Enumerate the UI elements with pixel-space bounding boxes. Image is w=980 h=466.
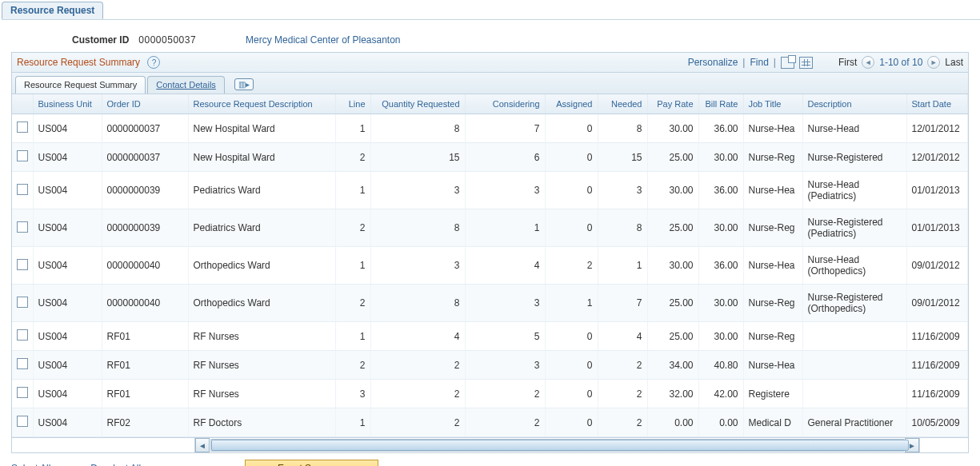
scroll-thumb[interactable] — [211, 440, 909, 451]
cell-qty: 8 — [370, 285, 465, 322]
scroll-track[interactable] — [210, 439, 904, 452]
prev-page-icon[interactable]: ◄ — [862, 56, 874, 69]
cell-job-title: Nurse-Reg — [743, 322, 802, 351]
cell-needed: 8 — [598, 114, 647, 143]
col-needed[interactable]: Needed — [598, 94, 647, 114]
row-checkbox[interactable] — [17, 150, 28, 161]
cell-line: 2 — [335, 351, 370, 380]
scroll-left-icon[interactable]: ◄ — [195, 438, 210, 452]
col-pay-rate[interactable]: Pay Rate — [647, 94, 698, 114]
footer-row: Select All Deselect All Event Summary — [11, 460, 969, 466]
personalize-link[interactable]: Personalize — [688, 57, 738, 68]
expand-all-icon[interactable]: ▥▸ — [234, 78, 254, 90]
grid-header-row: Business Unit Order ID Resource Request … — [12, 94, 968, 114]
resource-grid: Business Unit Order ID Resource Request … — [12, 94, 968, 437]
cell-description: General Practitioner — [802, 408, 906, 437]
cell-needed: 2 — [598, 408, 647, 437]
cell-assigned: 0 — [545, 172, 598, 209]
cell-resource-description: New Hospital Ward — [188, 143, 335, 172]
cell-pay-rate: 25.00 — [647, 285, 698, 322]
help-icon[interactable]: ? — [147, 56, 160, 69]
row-checkbox[interactable] — [17, 184, 28, 195]
col-line[interactable]: Line — [335, 94, 370, 114]
cell-extra — [967, 247, 968, 285]
deselect-all-link[interactable]: Deselect All — [90, 463, 141, 466]
find-link[interactable]: Find — [750, 57, 768, 68]
cell-qty: 3 — [370, 247, 465, 285]
table-row: US004RF01RF Nurses2230234.0040.80Nurse-H… — [12, 351, 968, 380]
row-checkbox[interactable] — [17, 329, 28, 341]
cell-bill-rate: 0.00 — [698, 408, 743, 437]
cell-pay-rate: 25.00 — [647, 322, 698, 351]
row-checkbox[interactable] — [17, 387, 28, 398]
tab-resource-request-summary[interactable]: Resource Request Summary — [15, 76, 146, 94]
row-checkbox[interactable] — [17, 221, 28, 233]
cell-extra — [967, 351, 968, 380]
tab-contact-details[interactable]: Contact Details — [147, 76, 225, 94]
cell-job-title: Nurse-Reg — [743, 209, 802, 247]
cell-start-date: 09/01/2012 — [906, 285, 967, 322]
cell-needed: 3 — [598, 172, 647, 209]
cell-select — [12, 247, 33, 285]
cell-resource-description: New Hospital Ward — [188, 114, 335, 143]
cell-assigned: 1 — [545, 285, 598, 322]
select-all-link[interactable]: Select All — [11, 463, 50, 466]
row-checkbox[interactable] — [17, 297, 28, 308]
next-page-icon[interactable]: ► — [927, 56, 940, 69]
cell-extra — [967, 143, 968, 172]
cell-qty: 2 — [370, 380, 465, 408]
cell-job-title: Registere — [743, 380, 802, 408]
cell-bill-rate: 42.00 — [698, 380, 743, 408]
cell-needed: 8 — [598, 209, 647, 247]
page-tab-resource-request[interactable]: Resource Request — [2, 2, 103, 19]
zoom-icon[interactable] — [781, 57, 794, 69]
col-order-id[interactable]: Order ID — [102, 94, 188, 114]
cell-resource-description: Orthopedics Ward — [188, 285, 335, 322]
cell-pay-rate: 30.00 — [647, 247, 698, 285]
cell-line: 3 — [335, 380, 370, 408]
col-qty-requested[interactable]: Quantity Requested — [370, 94, 465, 114]
cell-resource-description: RF Nurses — [188, 380, 335, 408]
cell-extra — [967, 322, 968, 351]
col-assigned[interactable]: Assigned — [545, 94, 598, 114]
cell-start-date: 09/01/2012 — [906, 247, 967, 285]
cell-needed: 2 — [598, 351, 647, 380]
col-resource-description[interactable]: Resource Request Description — [188, 94, 335, 114]
col-business-unit[interactable]: Business Unit — [33, 94, 102, 114]
row-checkbox[interactable] — [17, 358, 28, 369]
row-count[interactable]: 1-10 of 10 — [879, 57, 922, 68]
separator: | — [774, 57, 776, 68]
cell-description: Nurse-Registered (Orthopedics) — [802, 285, 906, 322]
cell-select — [12, 351, 33, 380]
cell-extra — [967, 209, 968, 247]
cell-line: 1 — [335, 114, 370, 143]
cell-considering: 3 — [465, 351, 545, 380]
table-row: US0040000000039Pediatrics Ward1330330.00… — [12, 172, 968, 209]
col-description[interactable]: Description — [802, 94, 906, 114]
cell-business-unit: US004 — [33, 408, 102, 437]
cell-line: 2 — [335, 143, 370, 172]
customer-id-label: Customer ID — [72, 34, 129, 46]
cell-qty: 8 — [370, 209, 465, 247]
cell-resource-description: RF Doctors — [188, 408, 335, 437]
col-start-date[interactable]: Start Date — [906, 94, 967, 114]
row-checkbox[interactable] — [17, 416, 28, 427]
download-icon[interactable] — [799, 57, 813, 69]
summary-bar: Resource Request Summary ? Personalize |… — [11, 52, 969, 73]
cell-job-title: Nurse-Reg — [743, 285, 802, 322]
horizontal-scrollbar[interactable]: ◄ ► — [11, 438, 969, 453]
col-job-title[interactable]: Job Title — [743, 94, 802, 114]
row-checkbox[interactable] — [17, 121, 28, 133]
row-checkbox[interactable] — [17, 259, 28, 270]
customer-name: Mercy Medical Center of Pleasanton — [246, 34, 400, 46]
cell-extra — [967, 380, 968, 408]
cell-job-title: Nurse-Hea — [743, 114, 802, 143]
col-considering[interactable]: Considering — [465, 94, 545, 114]
cell-business-unit: US004 — [33, 209, 102, 247]
col-bill-rate[interactable]: Bill Rate — [698, 94, 743, 114]
table-row: US0040000000037New Hospital Ward1870830.… — [12, 114, 968, 143]
cell-order-id: RF01 — [102, 380, 188, 408]
cell-description: Nurse-Head — [802, 114, 906, 143]
cell-start-date: 10/05/2009 — [906, 408, 967, 437]
event-summary-button[interactable]: Event Summary — [245, 460, 378, 466]
